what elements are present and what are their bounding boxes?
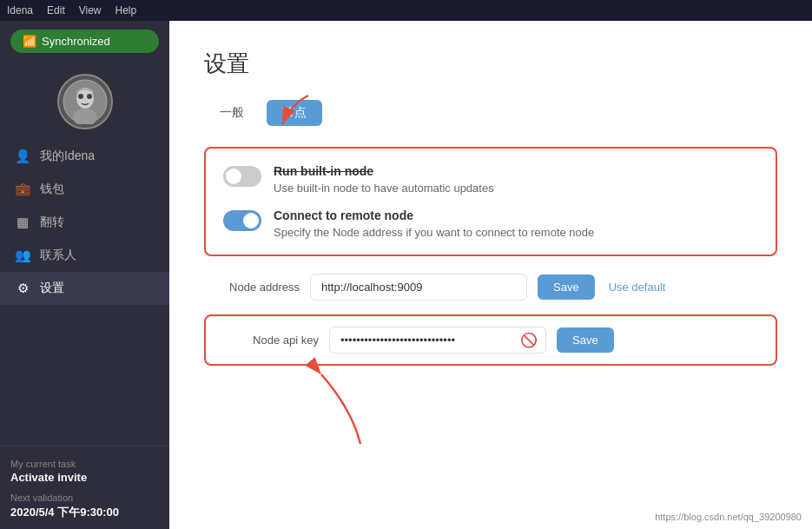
sidebar-label-myidena: 我的Idena [40,149,95,164]
sidebar-label-flip: 翻转 [40,215,64,230]
menu-bar: Idena Edit View Help [0,0,812,21]
flip-icon: ▦ [14,215,31,230]
sidebar: 📶 Synchronized 👤 我的Idena [0,21,169,529]
validation-value: 2020/5/4 下午9:30:00 [10,505,159,520]
menu-item-help[interactable]: Help [116,4,137,17]
sidebar-label-contacts: 联系人 [40,248,76,263]
node-settings-section: Run built-in node Use built-in node to h… [204,147,777,256]
remote-node-toggle[interactable] [223,210,261,231]
built-in-node-row: Run built-in node Use built-in node to h… [223,164,758,195]
sidebar-bottom: My current task Activate invite Next val… [0,446,169,529]
watermark: https://blog.csdn.net/qq_39200980 [655,512,802,522]
svg-point-3 [78,94,83,99]
node-api-key-input[interactable] [329,327,546,354]
remote-node-row: Connect to remote node Specify the Node … [223,208,758,239]
avatar-container [0,62,169,140]
built-in-node-desc: Use built-in node to have automatic upda… [274,182,758,195]
menu-item-edit[interactable]: Edit [47,4,65,17]
node-api-key-section: Node api key 🚫 Save [204,314,777,366]
menu-item-idena[interactable]: Idena [7,4,33,17]
contacts-icon: 👥 [14,248,31,263]
remote-node-info: Connect to remote node Specify the Node … [274,208,758,239]
node-address-default-button[interactable]: Use default [605,274,670,300]
red-arrow-key [274,357,413,461]
built-in-node-title: Run built-in node [274,164,758,178]
built-in-toggle[interactable] [223,166,261,187]
node-api-key-save-button[interactable]: Save [557,327,614,353]
tabs: 一般 节点 [204,100,777,126]
remote-node-title: Connect to remote node [274,208,758,222]
sidebar-item-contacts[interactable]: 👥 联系人 [0,239,169,272]
validation-label: Next validation [10,493,159,503]
app-body: 📶 Synchronized 👤 我的Idena [0,21,812,529]
node-api-key-input-wrapper: 🚫 [329,327,546,354]
avatar[interactable] [57,74,113,129]
sidebar-nav: 👤 我的Idena 💼 钱包 ▦ 翻转 👥 联系人 ⚙ 设置 [0,140,169,446]
sidebar-label-settings: 设置 [40,281,64,296]
page-title: 设置 [204,49,777,79]
task-label: My current task [10,459,159,469]
tab-general[interactable]: 一般 [204,100,260,126]
sync-icon: 📶 [23,35,36,48]
task-value: Activate invite [10,471,159,484]
sidebar-item-myidena[interactable]: 👤 我的Idena [0,140,169,173]
node-api-key-label: Node api key [223,334,319,347]
built-in-node-info: Run built-in node Use built-in node to h… [274,164,758,195]
sidebar-item-flip[interactable]: ▦ 翻转 [0,206,169,239]
node-address-save-button[interactable]: Save [538,274,595,300]
node-address-label: Node address [204,281,300,294]
sidebar-label-wallet: 钱包 [40,182,64,197]
menu-item-view[interactable]: View [79,4,102,17]
sidebar-item-wallet[interactable]: 💼 钱包 [0,173,169,206]
node-api-key-wrapper: Node api key 🚫 Save [204,314,777,366]
sidebar-item-settings[interactable]: ⚙ 设置 [0,272,169,305]
myidena-icon: 👤 [14,149,31,164]
sync-label: Synchronized [42,35,110,48]
settings-icon: ⚙ [14,281,31,296]
node-address-input[interactable] [310,274,527,301]
remote-node-desc: Specify the Node address if you want to … [274,226,758,239]
sync-button[interactable]: 📶 Synchronized [10,30,159,53]
avatar-image [63,79,108,124]
svg-point-4 [87,94,92,99]
wallet-icon: 💼 [14,182,31,197]
tabs-container: 一般 节点 [204,100,777,126]
main-content: 设置 一般 节点 Run buil [169,21,812,529]
eye-icon[interactable]: 🚫 [520,332,538,348]
node-address-row: Node address Save Use default [204,274,777,301]
tab-node[interactable]: 节点 [267,100,322,126]
